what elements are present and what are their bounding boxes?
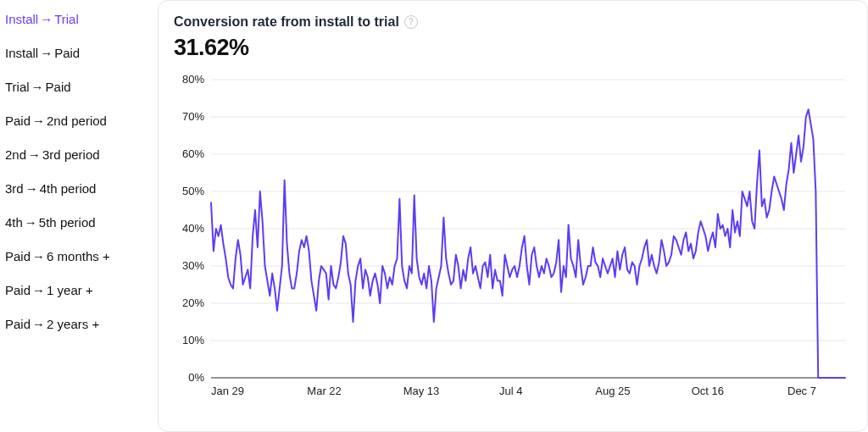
y-tick-label: 20% [182, 296, 204, 309]
sidebar-item-4[interactable]: 2nd → 3rd period [2, 141, 158, 169]
arrow-right-icon: → [23, 215, 39, 230]
panel-metric-value: 31.62% [174, 35, 852, 61]
sidebar-item-to: 1 year + [47, 283, 93, 297]
arrow-right-icon: → [38, 46, 54, 61]
arrow-right-icon: → [31, 317, 47, 332]
sidebar-item-from: Paid [5, 114, 31, 128]
panel-title-text: Conversion rate from install to trial [174, 14, 399, 30]
arrow-right-icon: → [38, 12, 54, 27]
sidebar-item-to: Trial [54, 12, 79, 26]
sidebar-item-3[interactable]: Paid → 2nd period [2, 107, 158, 136]
panel-title: Conversion rate from install to trial ? [174, 14, 852, 30]
sidebar-item-from: Install [5, 12, 38, 26]
y-tick-label: 10% [182, 334, 204, 346]
conversion-steps-sidebar: Install → TrialInstall → PaidTrial → Pai… [0, 0, 158, 432]
sidebar-item-from: Paid [5, 283, 31, 297]
help-icon[interactable]: ? [404, 15, 418, 29]
sidebar-item-6[interactable]: 4th → 5th period [2, 208, 158, 237]
chart-container: 0%10%20%30%40%50%60%70%80%Jan 29Mar 22Ma… [174, 73, 852, 402]
x-tick-label: May 13 [403, 385, 440, 397]
y-tick-label: 0% [188, 371, 204, 384]
sidebar-item-2[interactable]: Trial → Paid [2, 73, 158, 102]
sidebar-item-to: 3rd period [42, 147, 100, 162]
y-tick-label: 60% [182, 147, 204, 160]
arrow-right-icon: → [31, 249, 47, 264]
y-tick-label: 30% [182, 259, 204, 272]
sidebar-item-8[interactable]: Paid → 1 year + [2, 276, 158, 305]
y-tick-label: 50% [182, 185, 204, 197]
sidebar-item-to: 4th period [40, 181, 97, 196]
sidebar-item-from: Install [5, 46, 38, 60]
sidebar-item-from: 2nd [5, 147, 26, 162]
arrow-right-icon: → [31, 114, 47, 129]
conversion-line-chart: 0%10%20%30%40%50%60%70%80%Jan 29Mar 22Ma… [174, 73, 852, 402]
y-tick-label: 70% [182, 110, 204, 123]
y-tick-label: 40% [182, 222, 204, 235]
chart-series-line [211, 109, 845, 378]
conversion-chart-panel: Conversion rate from install to trial ? … [158, 0, 868, 432]
x-tick-label: Mar 22 [307, 385, 341, 397]
sidebar-item-5[interactable]: 3rd → 4th period [2, 174, 158, 203]
x-tick-label: Oct 16 [692, 385, 724, 397]
arrow-right-icon: → [24, 181, 40, 197]
sidebar-item-to: Paid [46, 80, 71, 94]
sidebar-item-9[interactable]: Paid → 2 years + [2, 310, 158, 339]
sidebar-item-from: Trial [5, 80, 30, 94]
sidebar-item-from: 4th [5, 215, 23, 230]
arrow-right-icon: → [30, 80, 46, 95]
y-tick-label: 80% [182, 73, 204, 86]
sidebar-item-0[interactable]: Install → Trial [2, 5, 158, 34]
sidebar-item-7[interactable]: Paid → 6 months + [2, 242, 158, 271]
sidebar-item-from: 3rd [5, 181, 24, 196]
sidebar-item-to: 2nd period [47, 114, 107, 128]
arrow-right-icon: → [31, 283, 47, 298]
sidebar-item-to: Paid [54, 46, 80, 60]
x-tick-label: Jul 4 [499, 385, 522, 397]
x-tick-label: Aug 25 [595, 385, 630, 397]
sidebar-item-to: 5th period [39, 215, 96, 230]
x-tick-label: Jan 29 [211, 385, 244, 397]
sidebar-item-to: 2 years + [47, 317, 99, 331]
sidebar-item-1[interactable]: Install → Paid [2, 39, 158, 68]
sidebar-item-from: Paid [5, 317, 31, 331]
x-tick-label: Dec 7 [787, 385, 816, 397]
sidebar-item-to: 6 months + [47, 249, 110, 263]
sidebar-item-from: Paid [5, 249, 31, 263]
arrow-right-icon: → [26, 147, 42, 163]
